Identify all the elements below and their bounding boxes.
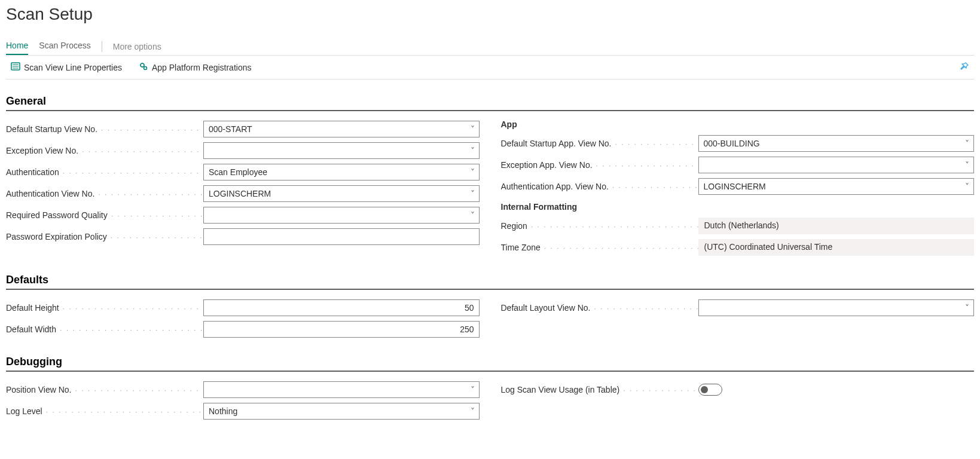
actions-bar: Scan View Line Properties App Platform R… [6, 56, 974, 79]
input-default-height[interactable] [203, 299, 480, 316]
input-position-view[interactable] [203, 381, 480, 398]
label-password-expiration-policy: Password Expiration Policy [6, 232, 203, 241]
section-general-header: General [6, 95, 974, 111]
label-authentication-app-view: Authentication App. View No. [501, 182, 698, 191]
select-log-level[interactable] [203, 403, 480, 420]
label-default-startup-app-view: Default Startup App. View No. [501, 139, 698, 148]
input-default-startup-view[interactable] [203, 121, 480, 137]
subheader-app: App [501, 120, 975, 129]
tab-separator [102, 41, 102, 52]
svg-point-4 [141, 63, 144, 67]
label-default-startup-view: Default Startup View No. [6, 124, 203, 134]
input-authentication-app-view[interactable] [698, 178, 975, 195]
label-default-width: Default Width [6, 325, 203, 334]
label-default-layout-view: Default Layout View No. [501, 303, 698, 313]
page-title: Scan Setup [6, 5, 974, 24]
label-exception-view: Exception View No. [6, 146, 203, 155]
input-exception-view[interactable] [203, 142, 480, 159]
tab-bar: Home Scan Process More options [6, 38, 974, 56]
label-log-scan-view-usage: Log Scan View Usage (in Table) [501, 385, 698, 394]
action-app-platform-registrations[interactable]: App Platform Registrations [139, 62, 252, 73]
input-exception-app-view[interactable] [698, 157, 975, 173]
readonly-time-zone: (UTC) Coordinated Universal Time [698, 239, 975, 256]
label-position-view: Position View No. [6, 385, 203, 394]
list-icon [11, 62, 20, 73]
select-required-password-quality[interactable] [203, 207, 480, 224]
input-default-startup-app-view[interactable] [698, 135, 975, 152]
toggle-log-scan-view-usage[interactable] [698, 384, 722, 396]
input-password-expiration-policy[interactable] [203, 228, 480, 245]
input-default-layout-view[interactable] [698, 299, 975, 316]
section-defaults-header: Defaults [6, 274, 974, 290]
gear-icon [139, 62, 148, 73]
label-time-zone: Time Zone [501, 243, 698, 252]
label-region: Region [501, 221, 698, 231]
tab-home[interactable]: Home [6, 38, 28, 55]
action-label: App Platform Registrations [152, 63, 252, 72]
tab-more-options[interactable]: More options [113, 42, 161, 51]
input-authentication-view[interactable] [203, 185, 480, 202]
toggle-knob [701, 386, 708, 393]
label-authentication: Authentication [6, 167, 203, 177]
section-debugging-header: Debugging [6, 356, 974, 372]
label-default-height: Default Height [6, 303, 203, 313]
label-required-password-quality: Required Password Quality [6, 210, 203, 220]
label-log-level: Log Level [6, 406, 203, 416]
action-label: Scan View Line Properties [24, 63, 122, 72]
label-authentication-view: Authentication View No. [6, 189, 203, 198]
subheader-internal-formatting: Internal Formatting [501, 202, 975, 212]
action-scan-view-line-properties[interactable]: Scan View Line Properties [11, 62, 122, 73]
tab-scan-process[interactable]: Scan Process [39, 38, 90, 55]
select-authentication[interactable] [203, 164, 480, 180]
input-default-width[interactable] [203, 321, 480, 338]
pin-icon[interactable] [960, 62, 969, 73]
readonly-region: Dutch (Netherlands) [698, 218, 975, 234]
label-exception-app-view: Exception App. View No. [501, 160, 698, 170]
svg-point-5 [144, 67, 146, 70]
